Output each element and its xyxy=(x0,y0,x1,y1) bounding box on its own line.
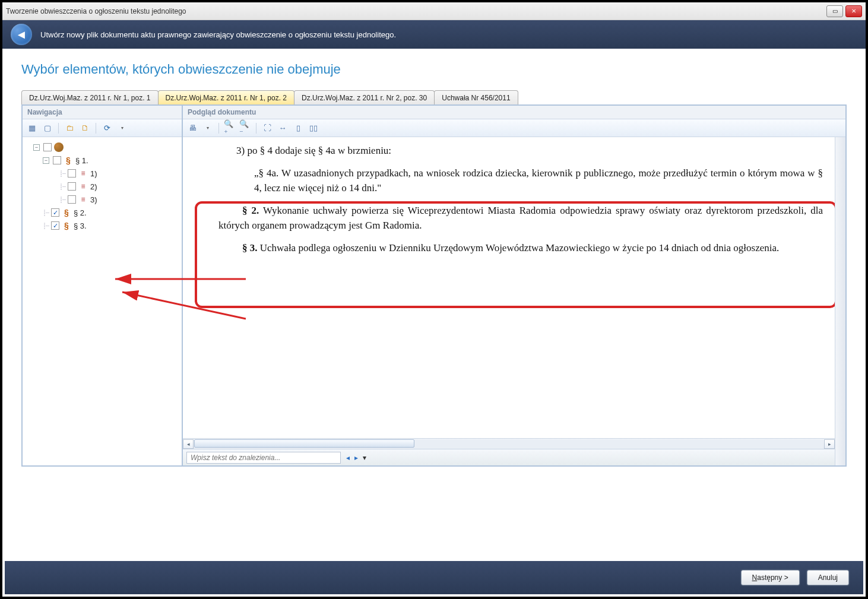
tree-row-s1-3[interactable]: ┊┄ ✓ ≡ 3) xyxy=(26,193,178,206)
banner: ◄ Utwórz nowy plik dokumentu aktu prawne… xyxy=(2,20,866,49)
doc-s3-text: Uchwała podlega ogłoszeniu w Dzienniku U… xyxy=(258,242,780,253)
tab-2[interactable]: Dz.Urz.Woj.Maz. z 2011 r. Nr 2, poz. 30 xyxy=(294,90,435,104)
print-dropdown-icon[interactable]: ▾ xyxy=(202,122,214,134)
doc-s3-num: § 3. xyxy=(242,242,258,253)
tab-1[interactable]: Dz.Urz.Woj.Maz. z 2011 r. Nr 1, poz. 2 xyxy=(158,90,295,104)
paragraph-icon: § xyxy=(62,221,71,230)
cancel-button[interactable]: Anuluj xyxy=(807,570,849,585)
tree-row-s1-2[interactable]: ┊┄ ✓ ≡ 2) xyxy=(26,180,178,193)
banner-text: Utwórz nowy plik dokumentu aktu prawnego… xyxy=(40,30,396,39)
nav-tool-refresh-icon[interactable]: ⟳ xyxy=(101,122,113,134)
doc-line-3: 3) po § 4 dodaje się § 4a w brzmieniu: xyxy=(195,143,823,159)
horizontal-scrollbar[interactable]: ◂ ▸ xyxy=(183,438,835,449)
tree-connector: ┊┄ xyxy=(43,223,49,229)
scroll-left-icon[interactable]: ◂ xyxy=(183,439,194,449)
tree-label: § 1. xyxy=(75,156,88,165)
close-button[interactable]: ✕ xyxy=(845,5,862,17)
print-icon[interactable]: 🖶 xyxy=(186,122,198,134)
tree-label: 1) xyxy=(90,169,97,178)
tree-connector: ┊┄ xyxy=(59,183,65,190)
tree-checkbox-checked[interactable]: ✓ xyxy=(51,208,59,217)
minimize-button[interactable]: ▭ xyxy=(826,5,843,17)
footer-bar: Następny > Anuluj xyxy=(5,561,863,594)
tab-0[interactable]: Dz.Urz.Woj.Maz. z 2011 r. Nr 1, poz. 1 xyxy=(21,90,159,104)
tabs-row: Dz.Urz.Woj.Maz. z 2011 r. Nr 1, poz. 1 D… xyxy=(21,90,847,104)
nav-tree: − ✓ − ✓ § § 1. ┊┄ ✓ ≡ 1) ┊┄ xyxy=(23,137,182,465)
search-dropdown-icon[interactable]: ▾ xyxy=(361,454,368,462)
search-bar: ◂ ▸ ▾ xyxy=(183,449,835,465)
scroll-track[interactable] xyxy=(194,439,823,449)
scroll-thumb[interactable] xyxy=(194,439,414,448)
globe-icon xyxy=(54,142,64,152)
section-title: Wybór elementów, których obwieszczenie n… xyxy=(21,62,847,77)
doc-panel: Podgląd dokumentu 🖶 ▾ 🔍⁺ 🔍⁻ ⛶ ↔ ▯ ▯▯ 3) … xyxy=(182,105,846,466)
list-icon: ≡ xyxy=(78,195,88,204)
tree-checkbox[interactable]: ✓ xyxy=(53,156,61,164)
doc-para-s3: § 3. Uchwała podlega ogłoszeniu w Dzienn… xyxy=(195,240,823,256)
nav-tool-folder-icon[interactable]: 🗀 xyxy=(64,122,75,134)
tree-row-s1-1[interactable]: ┊┄ ✓ ≡ 1) xyxy=(26,167,178,180)
next-button[interactable]: Następny > xyxy=(741,570,800,585)
fit-page-icon[interactable]: ⛶ xyxy=(261,122,273,134)
nav-tool-expand-icon[interactable]: ▦ xyxy=(26,122,38,134)
tree-row-s3[interactable]: ┊┄ ✓ § § 3. xyxy=(26,219,178,232)
tree-label: 2) xyxy=(90,182,97,191)
back-button[interactable]: ◄ xyxy=(11,24,32,45)
doc-s2-num: § 2. xyxy=(242,205,259,216)
tree-row-s2[interactable]: ┊┄ ✓ § § 2. xyxy=(26,206,178,219)
two-page-icon[interactable]: ▯▯ xyxy=(308,122,319,134)
tree-connector: ┊┄ xyxy=(59,170,65,177)
nav-tool-add-icon[interactable]: 🗋 xyxy=(79,122,91,134)
doc-para-s2: § 2. Wykonanie uchwały powierza się Wice… xyxy=(195,203,823,233)
toolbar-separator xyxy=(58,123,59,134)
search-next-icon[interactable]: ▸ xyxy=(353,454,360,462)
nav-panel: Nawigacja ▦ ▢ 🗀 🗋 ⟳ ▾ − ✓ − ✓ xyxy=(22,105,182,466)
scroll-right-icon[interactable]: ▸ xyxy=(824,439,835,449)
tree-checkbox[interactable]: ✓ xyxy=(68,182,76,191)
tree-checkbox-checked[interactable]: ✓ xyxy=(51,221,59,230)
tree-connector: ┊┄ xyxy=(43,210,49,216)
doc-panel-header: Podgląd dokumentu xyxy=(183,106,845,119)
single-page-icon[interactable]: ▯ xyxy=(292,122,304,134)
list-icon: ≡ xyxy=(78,182,88,191)
doc-toolbar: 🖶 ▾ 🔍⁺ 🔍⁻ ⛶ ↔ ▯ ▯▯ xyxy=(183,119,845,137)
toolbar-separator xyxy=(218,123,219,134)
toolbar-separator xyxy=(256,123,256,134)
list-icon: ≡ xyxy=(78,169,88,178)
tree-row-s1[interactable]: − ✓ § § 1. xyxy=(26,154,178,167)
nav-toolbar: ▦ ▢ 🗀 🗋 ⟳ ▾ xyxy=(23,119,182,137)
fit-width-icon[interactable]: ↔ xyxy=(277,122,289,134)
doc-s2-text: Wykonanie uchwały powierza się Wiceprezy… xyxy=(218,205,823,232)
tree-connector: ┊┄ xyxy=(59,197,65,203)
nav-tool-collapse-icon[interactable]: ▢ xyxy=(42,122,53,134)
tree-label: 3) xyxy=(90,195,97,204)
doc-view[interactable]: 3) po § 4 dodaje się § 4a w brzmieniu: „… xyxy=(183,137,835,438)
nav-panel-header: Nawigacja xyxy=(23,106,182,119)
tree-checkbox[interactable]: ✓ xyxy=(68,169,76,178)
tree-collapse-icon[interactable]: − xyxy=(43,157,49,164)
tab-3[interactable]: Uchwała Nr 456/2011 xyxy=(434,90,518,104)
zoom-in-icon[interactable]: 🔍⁺ xyxy=(224,122,236,134)
search-prev-icon[interactable]: ◂ xyxy=(344,454,351,462)
toolbar-separator xyxy=(96,123,96,134)
tree-checkbox[interactable]: ✓ xyxy=(68,195,76,204)
paragraph-icon: § xyxy=(62,208,71,217)
search-input[interactable] xyxy=(186,452,341,464)
nav-tool-dropdown-icon[interactable]: ▾ xyxy=(116,122,128,134)
tree-row-root[interactable]: − ✓ xyxy=(26,141,178,154)
tree-collapse-icon[interactable]: − xyxy=(33,144,40,151)
zoom-out-icon[interactable]: 🔍⁻ xyxy=(239,122,251,134)
titlebar: Tworzenie obwieszczenia o ogłoszeniu tek… xyxy=(2,2,866,20)
doc-line-4a: „§ 4a. W uzasadnionych przypadkach, na w… xyxy=(195,166,823,196)
tree-checkbox[interactable]: ✓ xyxy=(43,143,52,151)
tree-label: § 2. xyxy=(74,208,87,217)
vertical-scrollbar[interactable] xyxy=(835,137,845,465)
window-title: Tworzenie obwieszczenia o ogłoszeniu tek… xyxy=(6,7,826,15)
tree-label: § 3. xyxy=(74,221,87,230)
paragraph-icon: § xyxy=(64,156,73,165)
